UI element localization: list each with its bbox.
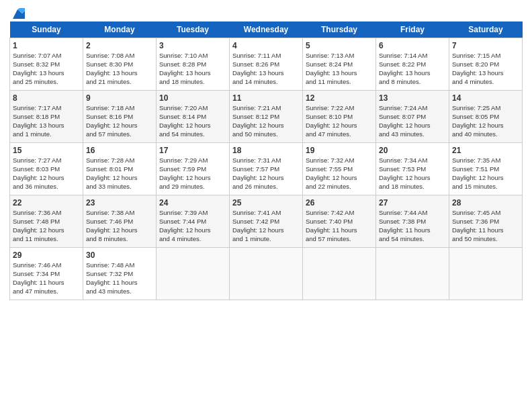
cell-text: Sunset: 8:22 PM — [379, 60, 446, 69]
day-number: 2 — [86, 40, 153, 51]
calendar-cell: 13Sunrise: 7:24 AMSunset: 8:07 PMDayligh… — [376, 91, 449, 143]
day-number: 7 — [452, 40, 519, 51]
cell-text: and 8 minutes. — [86, 235, 153, 244]
cell-text: Sunrise: 7:21 AM — [232, 104, 300, 113]
cell-text: Daylight: 13 hours — [452, 69, 519, 78]
day-number: 25 — [232, 197, 300, 208]
cell-text: and 21 minutes. — [86, 78, 153, 87]
cell-text: Sunrise: 7:11 AM — [232, 52, 300, 60]
cell-text: Sunset: 8:18 PM — [13, 113, 80, 122]
day-number: 15 — [13, 145, 80, 156]
cell-text: Daylight: 12 hours — [159, 174, 226, 183]
day-number: 16 — [86, 145, 153, 156]
cell-text: and 11 minutes. — [306, 78, 373, 87]
calendar-cell: 29Sunrise: 7:46 AMSunset: 7:34 PMDayligh… — [10, 248, 83, 300]
week-row-4: 22Sunrise: 7:36 AMSunset: 7:48 PMDayligh… — [10, 195, 523, 248]
cell-text: Sunrise: 7:39 AM — [159, 209, 226, 218]
cell-text: and 43 minutes. — [86, 287, 153, 296]
calendar-cell: 15Sunrise: 7:27 AMSunset: 8:03 PMDayligh… — [10, 143, 83, 195]
day-number: 20 — [379, 145, 446, 156]
cell-text: Sunrise: 7:22 AM — [306, 104, 373, 113]
cell-text: Sunrise: 7:24 AM — [379, 104, 446, 113]
calendar-cell: 12Sunrise: 7:22 AMSunset: 8:10 PMDayligh… — [303, 91, 376, 143]
cell-text: Sunset: 7:44 PM — [159, 218, 226, 226]
calendar-cell: 25Sunrise: 7:41 AMSunset: 7:42 PMDayligh… — [230, 195, 303, 248]
day-number: 27 — [379, 197, 446, 208]
calendar-cell: 3Sunrise: 7:10 AMSunset: 8:28 PMDaylight… — [157, 38, 230, 91]
cell-text: Sunrise: 7:25 AM — [452, 104, 519, 113]
cell-text: Sunset: 7:48 PM — [13, 218, 80, 226]
day-header-tuesday: Tuesday — [157, 21, 230, 38]
cell-text: and 15 minutes. — [452, 183, 519, 191]
calendar-cell: 14Sunrise: 7:25 AMSunset: 8:05 PMDayligh… — [449, 91, 523, 143]
cell-text: and 4 minutes. — [159, 235, 226, 244]
cell-text: Daylight: 12 hours — [86, 174, 153, 183]
calendar-cell — [376, 248, 449, 300]
cell-text: Sunrise: 7:34 AM — [379, 156, 446, 165]
cell-text: Sunrise: 7:45 AM — [452, 209, 519, 218]
calendar-cell: 30Sunrise: 7:48 AMSunset: 7:32 PMDayligh… — [83, 248, 157, 300]
cell-text: and 54 minutes. — [159, 130, 226, 139]
cell-text: Sunrise: 7:38 AM — [86, 209, 153, 218]
cell-text: Daylight: 13 hours — [379, 69, 446, 78]
cell-text: and 47 minutes. — [13, 287, 80, 296]
cell-text: Sunrise: 7:29 AM — [159, 156, 226, 165]
cell-text: Sunset: 7:57 PM — [232, 165, 300, 174]
cell-text: and 18 minutes. — [379, 183, 446, 191]
cell-text: Sunset: 7:46 PM — [86, 218, 153, 226]
cell-text: Sunrise: 7:07 AM — [13, 52, 80, 60]
cell-text: Sunset: 7:55 PM — [306, 165, 373, 174]
day-number: 30 — [86, 250, 153, 261]
cell-text: and 57 minutes. — [86, 130, 153, 139]
day-header-friday: Friday — [376, 21, 449, 38]
calendar-cell: 5Sunrise: 7:13 AMSunset: 8:24 PMDaylight… — [303, 38, 376, 91]
day-number: 1 — [13, 40, 80, 51]
calendar-cell: 16Sunrise: 7:28 AMSunset: 8:01 PMDayligh… — [83, 143, 157, 195]
cell-text: Sunrise: 7:46 AM — [13, 261, 80, 270]
cell-text: and 22 minutes. — [306, 183, 373, 191]
calendar-cell: 24Sunrise: 7:39 AMSunset: 7:44 PMDayligh… — [157, 195, 230, 248]
cell-text: Daylight: 11 hours — [379, 226, 446, 235]
cell-text: and 36 minutes. — [13, 183, 80, 191]
calendar-table: SundayMondayTuesdayWednesdayThursdayFrid… — [9, 21, 523, 300]
calendar-cell — [157, 248, 230, 300]
calendar-cell: 28Sunrise: 7:45 AMSunset: 7:36 PMDayligh… — [449, 195, 523, 248]
week-row-3: 15Sunrise: 7:27 AMSunset: 8:03 PMDayligh… — [10, 143, 523, 195]
cell-text: Sunrise: 7:08 AM — [86, 52, 153, 60]
calendar-cell: 27Sunrise: 7:44 AMSunset: 7:38 PMDayligh… — [376, 195, 449, 248]
cell-text: Daylight: 12 hours — [452, 174, 519, 183]
cell-text: and 1 minute. — [232, 235, 300, 244]
cell-text: Sunset: 7:51 PM — [452, 165, 519, 174]
cell-text: Daylight: 12 hours — [232, 226, 300, 235]
day-number: 12 — [306, 93, 373, 103]
cell-text: and 25 minutes. — [13, 78, 80, 87]
cell-text: Daylight: 11 hours — [306, 226, 373, 235]
cell-text: and 26 minutes. — [232, 183, 300, 191]
day-header-saturday: Saturday — [449, 21, 523, 38]
cell-text: and 14 minutes. — [232, 78, 300, 87]
day-number: 24 — [159, 197, 226, 208]
cell-text: and 33 minutes. — [86, 183, 153, 191]
cell-text: Sunset: 8:10 PM — [306, 113, 373, 122]
cell-text: Sunset: 8:30 PM — [86, 60, 153, 69]
day-number: 21 — [452, 145, 519, 156]
cell-text: Sunrise: 7:32 AM — [306, 156, 373, 165]
cell-text: Daylight: 12 hours — [13, 174, 80, 183]
calendar-cell: 22Sunrise: 7:36 AMSunset: 7:48 PMDayligh… — [10, 195, 83, 248]
cell-text: Daylight: 12 hours — [159, 226, 226, 235]
cell-text: Sunrise: 7:14 AM — [379, 52, 446, 60]
calendar-cell: 8Sunrise: 7:17 AMSunset: 8:18 PMDaylight… — [10, 91, 83, 143]
cell-text: Daylight: 12 hours — [13, 226, 80, 235]
cell-text: Sunrise: 7:41 AM — [232, 209, 300, 218]
calendar-cell — [449, 248, 523, 300]
day-header-sunday: Sunday — [10, 21, 83, 38]
day-number: 8 — [13, 93, 80, 103]
week-row-1: 1Sunrise: 7:07 AMSunset: 8:32 PMDaylight… — [10, 38, 523, 91]
cell-text: and 50 minutes. — [232, 130, 300, 139]
day-number: 26 — [306, 197, 373, 208]
cell-text: Sunset: 8:24 PM — [306, 60, 373, 69]
day-number: 9 — [86, 93, 153, 103]
week-row-5: 29Sunrise: 7:46 AMSunset: 7:34 PMDayligh… — [10, 248, 523, 300]
cell-text: and 54 minutes. — [379, 235, 446, 244]
day-number: 29 — [13, 250, 80, 261]
